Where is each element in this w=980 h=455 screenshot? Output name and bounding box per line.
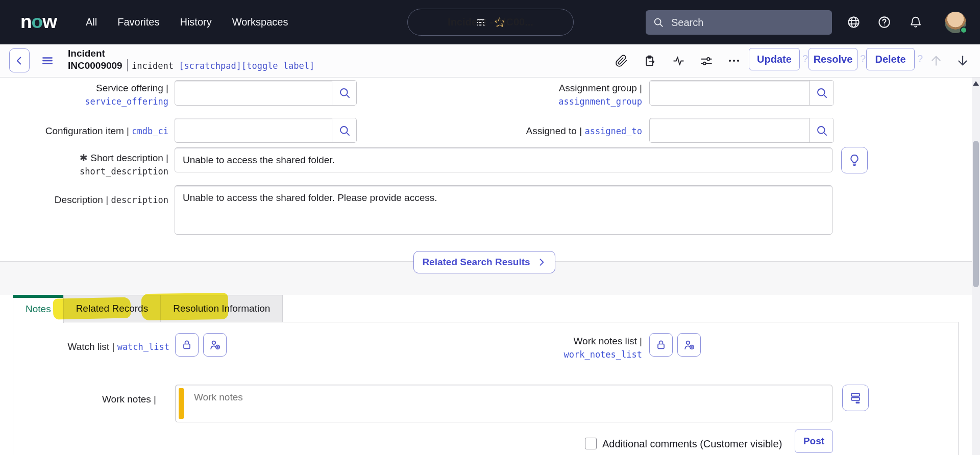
- title-divider: [127, 59, 128, 71]
- watch-list-lock-icon[interactable]: [175, 333, 199, 357]
- assignment-group-input[interactable]: [650, 81, 809, 105]
- delete-hint-mark: ?: [917, 53, 923, 65]
- chevron-right-icon: [536, 257, 547, 267]
- watch-list-label: Watch list | watch_list: [31, 340, 169, 354]
- tab-related-records[interactable]: Related Records: [63, 295, 161, 322]
- related-search-results-button[interactable]: Related Search Results: [413, 251, 555, 273]
- post-button[interactable]: Post: [795, 429, 833, 453]
- record-title: Incident INC0009009: [68, 47, 122, 72]
- form-context-menu-icon[interactable]: [41, 54, 54, 67]
- work-notes-list-lock-icon[interactable]: [649, 333, 673, 357]
- record-type: Incident: [68, 47, 122, 60]
- main-nav: All Favorites History Workspaces: [86, 0, 288, 44]
- work-notes-list-add-person-icon[interactable]: [677, 333, 701, 357]
- delete-button[interactable]: Delete: [866, 48, 915, 70]
- clipboard-export-icon[interactable]: [644, 55, 656, 67]
- assignment-group-label: Assignment group | assignment_group: [459, 81, 642, 109]
- description-label: Description | description: [0, 193, 168, 207]
- more-actions-icon[interactable]: [727, 57, 741, 65]
- work-notes-list-label: Work notes list | work_notes_list: [510, 334, 642, 362]
- tab-resolution-information[interactable]: Resolution Information: [160, 295, 283, 322]
- mandatory-field-marker: ✱: [80, 153, 88, 163]
- top-navbar: now All Favorites History Workspaces Inc…: [0, 0, 980, 44]
- assigned-to-label: Assigned to | assigned_to: [459, 124, 642, 138]
- configuration-item-label: Configuration item | cmdb_ci: [0, 124, 168, 138]
- record-toolbar: Incident INC0009009 incident [scratchpad…: [0, 44, 980, 78]
- current-record-tab[interactable]: Incident - INC00...: [407, 9, 574, 36]
- work-notes-textarea[interactable]: [175, 385, 832, 422]
- nav-item-all[interactable]: All: [86, 16, 97, 28]
- previous-record-arrow-icon[interactable]: [929, 54, 943, 68]
- servicenow-incident-screen: now All Favorites History Workspaces Inc…: [0, 0, 980, 455]
- assigned-to-input[interactable]: [650, 118, 809, 142]
- short-description-input[interactable]: [175, 147, 832, 172]
- notifications-bell-icon[interactable]: [904, 11, 927, 33]
- description-field-name[interactable]: description: [111, 195, 168, 205]
- work-notes-list-field-name[interactable]: work_notes_list: [510, 348, 642, 362]
- attachment-paperclip-icon[interactable]: [615, 55, 628, 67]
- form-settings-sliders-icon[interactable]: [700, 55, 713, 68]
- scrollbar-up-arrow-icon[interactable]: [973, 81, 979, 86]
- configuration-item-input[interactable]: [175, 118, 332, 142]
- logo-w: w: [42, 11, 57, 32]
- service-offering-field-name[interactable]: service_offering: [0, 95, 168, 109]
- record-meta: incident [scratchpad][toggle label]: [132, 61, 314, 71]
- current-record-label: Incident - INC00...: [448, 15, 533, 29]
- vertical-scrollbar[interactable]: [972, 78, 980, 455]
- suggestion-lightbulb-icon[interactable]: [841, 147, 868, 173]
- tab-notes[interactable]: Notes: [13, 295, 64, 323]
- logo-n: n: [20, 11, 32, 32]
- additional-comments-label: Additional comments (Customer visible): [602, 438, 782, 450]
- nav-item-favorites[interactable]: Favorites: [117, 16, 159, 28]
- back-button[interactable]: [9, 48, 30, 72]
- presence-status-dot: [960, 27, 967, 34]
- activity-stream-icon[interactable]: [842, 385, 869, 411]
- label-flags: [scratchpad][toggle label]: [179, 61, 314, 71]
- configuration-item-field-name[interactable]: cmdb_ci: [132, 126, 168, 136]
- update-hint-mark: ?: [802, 53, 808, 65]
- assignment-group-field: [649, 80, 834, 106]
- configuration-item-lookup-icon[interactable]: [332, 118, 356, 142]
- service-offering-field: [175, 80, 357, 106]
- assigned-to-lookup-icon[interactable]: [809, 118, 834, 142]
- globe-icon[interactable]: [842, 11, 865, 33]
- record-number: INC0009009: [68, 60, 122, 72]
- service-offering-input[interactable]: [175, 81, 332, 105]
- nav-item-workspaces[interactable]: Workspaces: [232, 16, 288, 28]
- assignment-group-lookup-icon[interactable]: [809, 81, 834, 105]
- now-logo[interactable]: now: [20, 11, 57, 33]
- service-offering-label: Service offering | service_offering: [0, 81, 168, 109]
- nav-item-history[interactable]: History: [180, 16, 211, 28]
- configuration-item-field: [175, 118, 357, 143]
- short-description-field-name[interactable]: short_description: [0, 165, 168, 179]
- resolve-hint-mark: ?: [860, 53, 866, 65]
- resolve-button[interactable]: Resolve: [808, 48, 857, 70]
- assignment-group-field-name[interactable]: assignment_group: [459, 95, 642, 109]
- table-name: incident: [132, 61, 174, 71]
- service-offering-lookup-icon[interactable]: [332, 81, 356, 105]
- form-tabs: Notes Related Records Resolution Informa…: [13, 295, 283, 323]
- search-icon: [653, 17, 664, 28]
- additional-comments-checkbox[interactable]: [585, 438, 597, 449]
- help-icon[interactable]: [873, 11, 895, 33]
- watch-list-add-person-icon[interactable]: [203, 333, 227, 357]
- work-notes-label: Work notes |: [31, 392, 156, 406]
- watch-list-field-name[interactable]: watch_list: [117, 342, 169, 352]
- assigned-to-field-name[interactable]: assigned_to: [584, 126, 642, 136]
- logo-o: o: [32, 11, 43, 32]
- assigned-to-field: [649, 118, 834, 143]
- next-record-arrow-icon[interactable]: [955, 54, 970, 68]
- search-input[interactable]: [670, 16, 825, 29]
- global-search: [646, 10, 832, 35]
- user-avatar[interactable]: [945, 12, 966, 33]
- short-description-label: ✱ Short description | short_description: [0, 151, 168, 179]
- activity-pulse-icon[interactable]: [672, 55, 685, 67]
- update-button[interactable]: Update: [749, 48, 800, 70]
- scrollbar-thumb[interactable]: [973, 141, 979, 287]
- description-textarea[interactable]: Unable to access the shared folder. Plea…: [175, 185, 832, 235]
